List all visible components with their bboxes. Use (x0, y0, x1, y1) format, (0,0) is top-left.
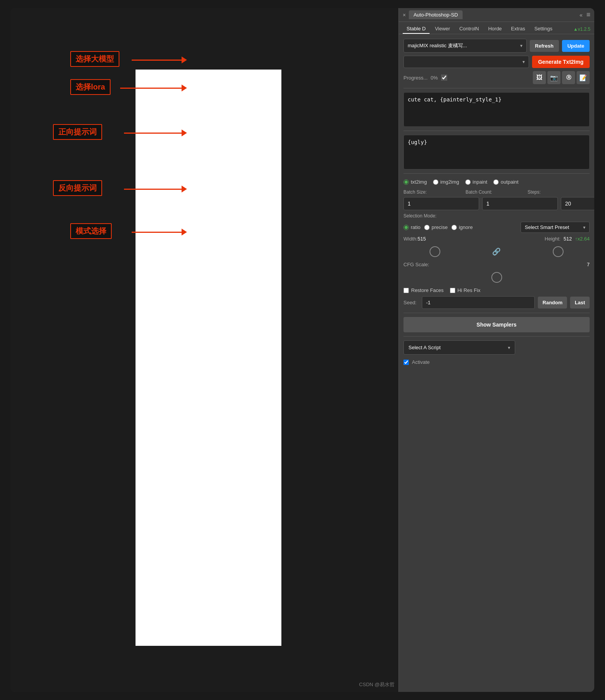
arrow-mode (132, 229, 187, 236)
positive-prompt-input[interactable] (403, 92, 590, 127)
annotation-lora: 选择lora (70, 79, 111, 95)
batch-size-label: Batch Size: (403, 189, 466, 195)
progress-row: Progress... 0% 🖼 📷 Ⓡ 📝 (403, 71, 590, 84)
cfg-value: 7 (587, 262, 590, 267)
wh-row: Width: 515 Height: 512 ↑x2.64 (403, 236, 590, 242)
height-slider[interactable] (553, 246, 564, 257)
hi-res-fix-option[interactable]: Hi Res Fix (450, 287, 481, 293)
update-button[interactable]: Update (562, 40, 590, 52)
image-icon-button[interactable]: 🖼 (533, 71, 546, 84)
mode-img2img[interactable]: img2img (433, 179, 459, 185)
tab-settings[interactable]: Settings (531, 24, 556, 34)
batch-count-label: Batch Count: (466, 189, 528, 195)
watermark: CSDN @易水哲 (359, 681, 395, 688)
annotation-positive: 正向提示词 (53, 124, 102, 140)
batch-size-input[interactable] (403, 197, 479, 210)
script-dropdown[interactable]: Select A Script ▾ (403, 340, 515, 355)
link-icon: 🔗 (492, 247, 501, 256)
cfg-slider[interactable] (491, 272, 502, 283)
mode-img2img-label: img2img (440, 179, 459, 185)
hi-res-fix-checkbox[interactable] (450, 288, 455, 293)
icon-buttons: 🖼 📷 Ⓡ 📝 (533, 71, 590, 84)
divider-3 (403, 173, 590, 174)
collapse-button[interactable]: « (580, 12, 583, 18)
close-button[interactable]: × (403, 12, 406, 18)
smart-preset-dropdown[interactable]: Select Smart Preset ▾ (521, 222, 590, 233)
generate-button[interactable]: Generate Txt2Img (532, 56, 590, 68)
smart-preset-chevron: ▾ (583, 225, 585, 230)
refresh-button[interactable]: Refresh (530, 40, 559, 52)
annotation-negative: 反向提示词 (53, 180, 102, 196)
height-value: 512 (564, 236, 572, 242)
cfg-label: CFG Scale: (403, 262, 429, 267)
arrow-negative (124, 186, 187, 192)
lora-row: ▾ Generate Txt2Img (403, 56, 590, 68)
params-section: Batch Size: Batch Count: Steps: (403, 189, 590, 210)
steps-label: Steps: (527, 189, 590, 195)
last-button[interactable]: Last (570, 297, 590, 309)
params-labels: Batch Size: Batch Count: Steps: (403, 189, 590, 195)
annotation-model-text: 选择大模型 (76, 55, 114, 63)
panel-title-row: × Auto-Photoshop-SD (403, 10, 463, 19)
progress-value: 0% (431, 75, 438, 81)
restore-faces-label: Restore Faces (411, 287, 444, 293)
mode-outpaint[interactable]: outpaint (493, 179, 518, 185)
mode-inpaint-label: inpaint (473, 179, 487, 185)
menu-icon[interactable]: ≡ (586, 11, 590, 19)
steps-input[interactable] (561, 197, 594, 210)
restore-faces-checkbox[interactable] (403, 288, 409, 293)
annotation-lora-text: 选择lora (76, 83, 105, 91)
random-button[interactable]: Random (538, 297, 567, 309)
arrow-positive (124, 129, 187, 136)
hi-res-fix-label: Hi Res Fix (458, 287, 481, 293)
batch-count-input[interactable] (482, 197, 558, 210)
tab-extras[interactable]: Extras (507, 24, 529, 34)
progress-label: Progress... (403, 75, 428, 81)
lora-dropdown[interactable]: ▾ (403, 56, 529, 68)
selection-ignore[interactable]: ignore (451, 224, 473, 230)
tab-stable-d[interactable]: Stable D (403, 24, 430, 34)
model-selector-row: majicMIX realistic 麦橘写... ▾ Refresh Upda… (403, 39, 590, 53)
selection-precise-label: precise (431, 224, 448, 230)
right-panel: × Auto-Photoshop-SD « ≡ Stable D Viewer … (398, 8, 594, 692)
restore-faces-option[interactable]: Restore Faces (403, 287, 444, 293)
reset-icon-button[interactable]: Ⓡ (562, 71, 575, 84)
model-dropdown[interactable]: majicMIX realistic 麦橘写... ▾ (403, 39, 527, 53)
activate-row: Activate (403, 358, 590, 367)
tab-viewer[interactable]: Viewer (431, 24, 454, 34)
annotation-positive-text: 正向提示词 (58, 128, 97, 136)
edit-icon-button[interactable]: 📝 (577, 71, 590, 84)
width-slider[interactable] (430, 246, 440, 257)
divider-5 (403, 336, 590, 337)
progress-checkbox[interactable] (441, 75, 447, 81)
height-multiplier: ↑x2.64 (575, 236, 590, 242)
seed-input[interactable] (422, 296, 535, 309)
selection-ignore-label: ignore (459, 224, 473, 230)
mode-inpaint[interactable]: inpaint (465, 179, 487, 185)
width-label: Width: (403, 236, 418, 242)
annotation-mode-text: 模式选择 (76, 227, 106, 235)
checkbox-row: Restore Faces Hi Res Fix (403, 287, 590, 293)
selection-ratio[interactable]: ratio (403, 224, 420, 230)
mode-txt2img-label: txt2img (411, 179, 427, 185)
width-value: 515 (418, 236, 426, 242)
show-samplers-button[interactable]: Show Samplers (403, 317, 590, 332)
selection-precise[interactable]: precise (424, 224, 448, 230)
script-dropdown-value: Select A Script (408, 345, 441, 350)
sliders-row: 🔗 (403, 245, 590, 259)
cfg-slider-row (403, 270, 590, 284)
arrow-lora (120, 85, 187, 91)
tab-controln[interactable]: ControlN (455, 24, 483, 34)
mode-outpaint-label: outpaint (501, 179, 518, 185)
selection-mode-section: Selection Mode: ratio precise ignore (403, 213, 590, 233)
tab-horde[interactable]: Horde (484, 24, 506, 34)
divider-1 (403, 88, 590, 88)
camera-icon-button[interactable]: 📷 (547, 71, 560, 84)
activate-checkbox[interactable] (403, 360, 409, 365)
annotation-model: 选择大模型 (70, 51, 119, 67)
selection-ratio-label: ratio (411, 224, 420, 230)
negative-prompt-input[interactable] (403, 135, 590, 169)
mode-txt2img[interactable]: txt2img (403, 179, 427, 185)
seed-label: Seed: (403, 300, 419, 305)
annotation-negative-text: 反向提示词 (58, 184, 97, 192)
